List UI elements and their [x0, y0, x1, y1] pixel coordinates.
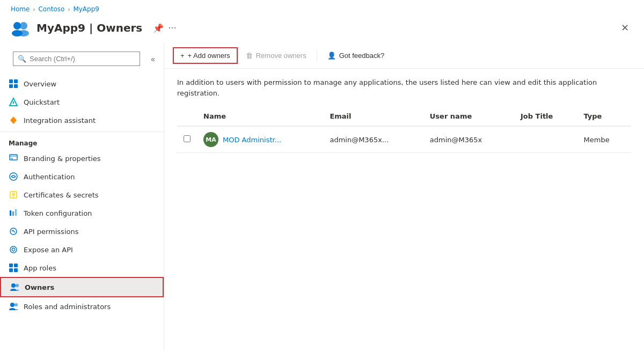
- table-row: MA MOD Administr... admin@M365x... admin…: [177, 126, 631, 153]
- sidebar-item-owners-label: Owners: [25, 283, 54, 291]
- sidebar-item-roles-admin[interactable]: Roles and administrators: [0, 297, 164, 316]
- col-name: Name: [197, 107, 323, 126]
- branding-icon: [9, 153, 18, 163]
- search-input[interactable]: [30, 55, 135, 63]
- remove-owners-label: Remove owners: [256, 52, 306, 60]
- breadcrumb-contoso[interactable]: Contoso: [38, 5, 64, 13]
- description-text: In addition to users with permission to …: [164, 69, 626, 107]
- sidebar-item-app-roles[interactable]: App roles: [0, 259, 164, 277]
- breadcrumb-app[interactable]: MyApp9: [73, 5, 99, 13]
- svg-point-26: [11, 283, 16, 288]
- sidebar-item-certificates[interactable]: Certificates & secrets: [0, 186, 164, 204]
- add-icon: +: [180, 52, 185, 60]
- sidebar-item-api-permissions-label: API permissions: [24, 228, 78, 236]
- close-button[interactable]: ✕: [617, 20, 633, 36]
- breadcrumb: Home › Contoso › MyApp9: [0, 0, 644, 15]
- integration-icon: [9, 115, 18, 125]
- header-actions: 📌 ···: [153, 23, 176, 33]
- add-owners-button[interactable]: + + Add owners: [173, 47, 238, 64]
- chevron-icon: ›: [33, 6, 35, 12]
- sidebar: 🔍 « Overview Quickstart Integration assi…: [0, 43, 164, 351]
- svg-rect-18: [12, 211, 14, 216]
- feedback-label: Got feedback?: [339, 52, 385, 60]
- row-name-cell: MA MOD Administr...: [197, 126, 323, 153]
- trash-icon: 🗑: [246, 52, 253, 60]
- manage-section-label: Manage: [0, 134, 164, 149]
- col-username: User name: [423, 107, 514, 126]
- sidebar-item-branding[interactable]: Branding & properties: [0, 149, 164, 167]
- content-area: + + Add owners 🗑 Remove owners 👤 Got fee…: [164, 43, 644, 351]
- toolbar-divider: [317, 49, 317, 62]
- overview-icon: [9, 79, 18, 89]
- collapse-button[interactable]: «: [149, 55, 157, 63]
- search-box[interactable]: 🔍: [13, 52, 140, 66]
- sidebar-item-authentication[interactable]: Authentication: [0, 167, 164, 186]
- quickstart-icon: [9, 97, 18, 107]
- sidebar-item-token-label: Token configuration: [24, 209, 92, 217]
- app-roles-icon: [9, 263, 18, 273]
- sidebar-item-roles-admin-label: Roles and administrators: [24, 303, 111, 311]
- row-checkbox-cell[interactable]: [177, 126, 197, 153]
- col-checkbox: [177, 107, 197, 126]
- add-owners-label: + Add owners: [188, 52, 230, 60]
- authentication-icon: [9, 172, 18, 181]
- expose-api-icon: [9, 245, 18, 254]
- row-username-cell: admin@M365x: [423, 126, 514, 153]
- row-type-cell: Membe: [577, 126, 632, 153]
- svg-point-15: [12, 193, 15, 196]
- sidebar-item-certificates-label: Certificates & secrets: [24, 191, 99, 199]
- breadcrumb-home[interactable]: Home: [11, 5, 30, 13]
- svg-point-3: [18, 30, 29, 36]
- sidebar-item-expose-api-label: Expose an API: [24, 246, 73, 254]
- sidebar-item-overview[interactable]: Overview: [0, 75, 164, 93]
- sidebar-divider: [0, 131, 164, 132]
- chevron-icon-2: ›: [68, 6, 70, 12]
- svg-rect-6: [9, 84, 13, 88]
- sidebar-item-expose-api[interactable]: Expose an API: [0, 240, 164, 259]
- token-icon: [9, 208, 18, 218]
- svg-point-29: [14, 303, 18, 306]
- owner-name-link[interactable]: MOD Administr...: [223, 136, 281, 144]
- sidebar-item-overview-label: Overview: [24, 80, 56, 88]
- svg-point-0: [13, 22, 21, 30]
- svg-rect-22: [9, 264, 13, 267]
- svg-rect-19: [15, 209, 17, 216]
- remove-owners-button[interactable]: 🗑 Remove owners: [239, 48, 313, 63]
- col-type: Type: [577, 107, 632, 126]
- svg-rect-24: [9, 268, 13, 272]
- page-header: MyApp9 | Owners 📌 ··· ✕: [0, 15, 644, 43]
- svg-rect-23: [14, 264, 18, 267]
- pin-icon[interactable]: 📌: [153, 23, 164, 33]
- sidebar-item-integration-label: Integration assistant: [24, 116, 96, 125]
- svg-rect-4: [9, 79, 13, 83]
- sidebar-item-integration[interactable]: Integration assistant: [0, 111, 164, 129]
- sidebar-item-api-permissions[interactable]: API permissions: [0, 222, 164, 240]
- sidebar-item-app-roles-label: App roles: [24, 264, 56, 272]
- sidebar-item-quickstart[interactable]: Quickstart: [0, 93, 164, 111]
- page-title: MyApp9 | Owners: [36, 21, 142, 34]
- app-icon: [11, 18, 30, 38]
- sidebar-item-token[interactable]: Token configuration: [0, 204, 164, 222]
- col-jobtitle: Job Title: [514, 107, 577, 126]
- svg-rect-12: [11, 158, 13, 159]
- search-icon: 🔍: [18, 55, 26, 63]
- svg-point-13: [10, 173, 17, 180]
- col-email: Email: [323, 107, 423, 126]
- more-icon[interactable]: ···: [168, 23, 176, 33]
- sidebar-item-quickstart-label: Quickstart: [24, 98, 60, 106]
- row-email-cell: admin@M365x...: [323, 126, 423, 153]
- row-checkbox[interactable]: [184, 135, 191, 142]
- main-layout: 🔍 « Overview Quickstart Integration assi…: [0, 43, 644, 351]
- roles-admin-icon: [9, 302, 18, 311]
- feedback-icon: 👤: [327, 52, 336, 60]
- owners-icon: [10, 282, 19, 292]
- feedback-button[interactable]: 👤 Got feedback?: [320, 48, 392, 63]
- owners-table: Name Email User name Job Title Type MA M…: [177, 107, 631, 153]
- svg-rect-7: [14, 84, 18, 88]
- certificates-icon: [9, 190, 18, 200]
- svg-rect-11: [10, 156, 17, 157]
- svg-point-21: [10, 246, 17, 253]
- sidebar-item-owners[interactable]: Owners: [0, 277, 164, 297]
- toolbar: + + Add owners 🗑 Remove owners 👤 Got fee…: [164, 43, 644, 69]
- svg-rect-5: [14, 79, 18, 83]
